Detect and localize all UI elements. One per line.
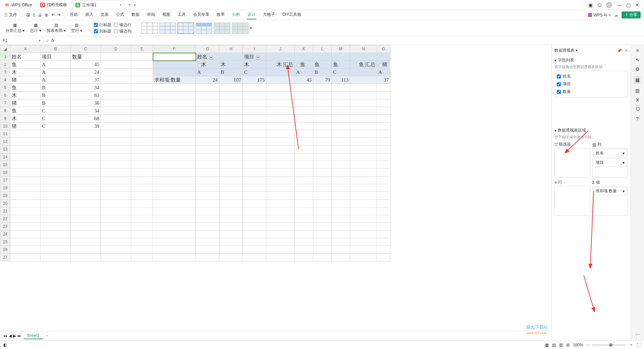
cell-C18[interactable] [71, 184, 101, 192]
cell-J21[interactable] [266, 207, 295, 215]
window-layout-icon[interactable]: ▣ [588, 2, 593, 8]
cell-E6[interactable] [131, 92, 153, 99]
cell-M21[interactable] [332, 207, 350, 215]
value-area[interactable]: 求和项:数量▾ [592, 186, 628, 215]
cell-C24[interactable] [71, 231, 101, 238]
rail-chat-icon[interactable]: 🗨 [635, 107, 640, 112]
col-header-I[interactable]: I [243, 45, 266, 53]
cell-I21[interactable] [243, 207, 266, 215]
cell-K17[interactable] [295, 177, 313, 184]
cell-G2[interactable]: -木 [196, 61, 219, 68]
style-gallery-more[interactable]: ▾ [250, 26, 254, 31]
cell-G12[interactable] [196, 138, 219, 146]
cell-N16[interactable] [350, 169, 377, 177]
cell-O13[interactable] [377, 146, 390, 153]
row-header-5[interactable]: 5 [0, 84, 10, 92]
cell-H3[interactable]: B [219, 68, 243, 76]
cell-N5[interactable] [350, 84, 377, 92]
tab-add-button[interactable]: ＋ [127, 1, 132, 8]
style-item-1[interactable] [141, 22, 158, 34]
cell-M8[interactable] [332, 107, 350, 115]
cell-N8[interactable] [350, 107, 377, 115]
cell-F4[interactable]: 求和项:数量 [153, 76, 196, 84]
cell-O11[interactable] [377, 130, 390, 138]
fb-fx-icon[interactable]: fx [51, 38, 54, 43]
cell-G15[interactable] [196, 161, 219, 169]
export-icon[interactable]: ⎙ [33, 13, 35, 17]
cell-M5[interactable] [332, 84, 350, 92]
row-header-23[interactable]: 23 [0, 223, 10, 231]
cell-C17[interactable] [71, 177, 101, 184]
cell-D8[interactable] [101, 107, 131, 115]
cell-C2[interactable]: 45 [71, 61, 101, 68]
cell-F26[interactable] [153, 246, 196, 254]
cell-D26[interactable] [101, 246, 131, 254]
cell-L9[interactable] [313, 115, 332, 122]
cell-A9[interactable]: 木 [10, 115, 41, 122]
row-header-12[interactable]: 12 [0, 138, 10, 146]
preview-icon[interactable]: 🗎 [45, 13, 49, 17]
cell-C23[interactable] [71, 223, 101, 231]
cell-I12[interactable] [243, 138, 266, 146]
cell-B8[interactable]: C [41, 107, 71, 115]
row-header-14[interactable]: 14 [0, 153, 10, 161]
cell-I16[interactable] [243, 169, 266, 177]
cell-M25[interactable] [332, 238, 350, 246]
cell-L20[interactable] [313, 200, 332, 207]
cell-E15[interactable] [131, 161, 153, 169]
view-page-icon[interactable]: ▤ [552, 343, 556, 347]
cell-K8[interactable] [295, 107, 313, 115]
col-header-M[interactable]: M [332, 45, 350, 53]
cell-F5[interactable] [153, 84, 196, 92]
cell-C9[interactable]: 68 [71, 115, 101, 122]
cell-N6[interactable] [350, 92, 377, 99]
row-header-15[interactable]: 15 [0, 161, 10, 169]
cell-H20[interactable] [219, 200, 243, 207]
cell-H1[interactable] [219, 53, 243, 61]
cell-G5[interactable] [196, 84, 219, 92]
col-header-O[interactable]: O [377, 45, 390, 53]
cell-O22[interactable] [377, 215, 390, 223]
cell-K7[interactable] [295, 99, 313, 107]
cell-G25[interactable] [196, 238, 219, 246]
cell-J13[interactable] [266, 146, 295, 153]
cell-G24[interactable] [196, 231, 219, 238]
cell-I27[interactable] [243, 254, 266, 261]
cell-I24[interactable] [243, 231, 266, 238]
cell-I10[interactable] [243, 122, 266, 130]
cell-E23[interactable] [131, 223, 153, 231]
cell-J23[interactable] [266, 223, 295, 231]
cell-B12[interactable] [41, 138, 71, 146]
cell-O8[interactable] [377, 107, 390, 115]
zoom-in-button[interactable]: ＋ [629, 342, 633, 348]
chk-banded-col[interactable]: 镶边列 [114, 29, 131, 34]
cell-K27[interactable] [295, 254, 313, 261]
print-icon[interactable]: 🖨 [38, 13, 42, 17]
cell-H25[interactable] [219, 238, 243, 246]
cell-H15[interactable] [219, 161, 243, 169]
cell-I4[interactable]: 175 [243, 76, 266, 84]
cell-H7[interactable] [219, 99, 243, 107]
cell-C16[interactable] [71, 169, 101, 177]
cell-L14[interactable] [313, 153, 332, 161]
undo-icon[interactable]: ↶ [51, 13, 55, 17]
cell-N27[interactable] [350, 254, 377, 261]
cell-G19[interactable] [196, 192, 219, 200]
cell-J1[interactable] [266, 53, 295, 61]
cell-J15[interactable] [266, 161, 295, 169]
cell-C1[interactable]: 数量 [71, 53, 101, 61]
cell-M3[interactable]: C [332, 68, 350, 76]
cell-D25[interactable] [101, 238, 131, 246]
cell-C11[interactable] [71, 130, 101, 138]
row-header-8[interactable]: 8 [0, 107, 10, 115]
cell-F17[interactable] [153, 177, 196, 184]
cell-F11[interactable] [153, 130, 196, 138]
cell-H16[interactable] [219, 169, 243, 177]
menu-design[interactable]: 设计 [247, 10, 256, 19]
cell-D11[interactable] [101, 130, 131, 138]
cell-K6[interactable] [295, 92, 313, 99]
cell-J17[interactable] [266, 177, 295, 184]
cell-F10[interactable] [153, 122, 196, 130]
cell-E18[interactable] [131, 184, 153, 192]
cell-H14[interactable] [219, 153, 243, 161]
